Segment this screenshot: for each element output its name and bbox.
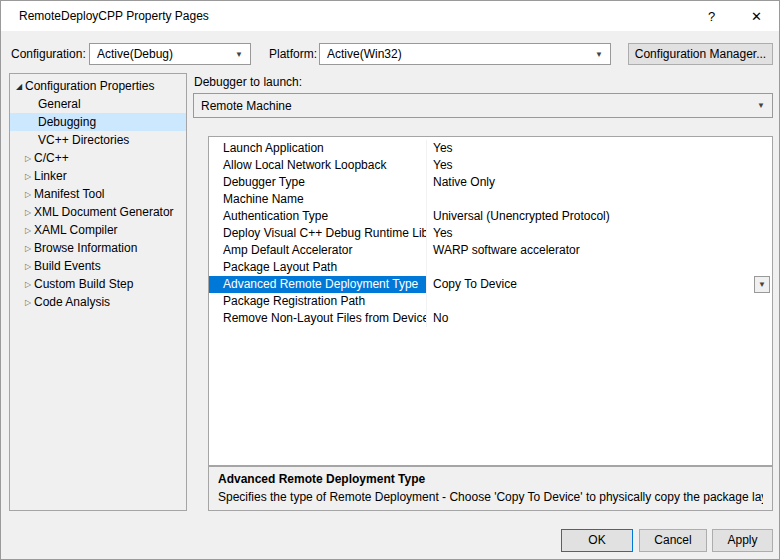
platform-select[interactable]: Active(Win32) ▼ [319,43,611,65]
property-value[interactable]: Yes [427,225,772,242]
property-name: Amp Default Accelerator [209,242,427,259]
configuration-manager-button[interactable]: Configuration Manager... [628,43,773,65]
tree-collapsed-icon: ▷ [22,244,34,253]
property-row-remove-non-layout-files[interactable]: Remove Non-Layout Files from Device No [209,310,772,327]
property-value[interactable]: Yes [427,157,772,174]
property-row-amp-default-accelerator[interactable]: Amp Default Accelerator WARP software ac… [209,242,772,259]
tree-expanded-icon: ◢ [13,82,25,91]
chevron-down-icon: ▼ [751,101,765,110]
configuration-tree: ◢ Configuration Properties General Debug… [9,73,187,511]
tree-item-label: Code Analysis [34,295,110,309]
configuration-label: Configuration: [11,47,86,61]
tree-collapsed-icon: ▷ [22,154,34,163]
description-text: Specifies the type of Remote Deployment … [218,490,763,504]
value-dropdown-button[interactable]: ▼ [754,276,770,293]
tree-item-custom-build-step[interactable]: ▷ Custom Build Step [10,275,186,293]
tree-item-browse-information[interactable]: ▷ Browse Information [10,239,186,257]
tree-item-debugging[interactable]: Debugging [10,113,186,131]
description-title: Advanced Remote Deployment Type [218,472,763,486]
tree-collapsed-icon: ▷ [22,208,34,217]
property-name: Deploy Visual C++ Debug Runtime Librari [209,225,427,242]
window-controls: ? ✕ [689,1,779,31]
help-icon: ? [708,9,715,24]
tree-item-c-cpp[interactable]: ▷ C/C++ [10,149,186,167]
platform-label: Platform: [269,47,317,61]
property-value[interactable] [427,293,772,310]
tree-item-linker[interactable]: ▷ Linker [10,167,186,185]
tree-collapsed-icon: ▷ [22,280,34,289]
property-row-package-registration-path[interactable]: Package Registration Path [209,293,772,310]
property-name: Debugger Type [209,174,427,191]
help-button[interactable]: ? [689,1,734,31]
debugger-select[interactable]: Remote Machine ▼ [193,93,773,118]
tree-item-label: Linker [34,169,67,183]
property-grid: Launch Application Yes Allow Local Netwo… [208,136,773,466]
property-name: Remove Non-Layout Files from Device [209,310,427,327]
property-value[interactable]: No [427,310,772,327]
property-pages-dialog: RemoteDeployCPP Property Pages ? ✕ Confi… [0,0,780,560]
property-row-package-layout-path[interactable]: Package Layout Path [209,259,772,276]
tree-item-label: General [38,97,81,111]
property-name: Advanced Remote Deployment Type [209,276,427,293]
tree-item-xaml-compiler[interactable]: ▷ XAML Compiler [10,221,186,239]
property-value[interactable]: Copy To Device [427,276,772,293]
property-description-panel: Advanced Remote Deployment Type Specifie… [208,466,773,511]
property-value[interactable]: WARP software accelerator [427,242,772,259]
title-bar: RemoteDeployCPP Property Pages ? ✕ [1,1,779,31]
property-value[interactable] [427,191,772,208]
close-button[interactable]: ✕ [734,1,779,31]
window-title: RemoteDeployCPP Property Pages [1,9,209,23]
tree-item-build-events[interactable]: ▷ Build Events [10,257,186,275]
tree-item-label: Browse Information [34,241,137,255]
tree-item-manifest-tool[interactable]: ▷ Manifest Tool [10,185,186,203]
property-row-authentication-type[interactable]: Authentication Type Universal (Unencrypt… [209,208,772,225]
property-value[interactable] [427,259,772,276]
debugger-select-value: Remote Machine [201,99,292,113]
property-name: Package Layout Path [209,259,427,276]
property-value[interactable]: Native Only [427,174,772,191]
cancel-button[interactable]: Cancel [639,529,707,552]
property-row-advanced-remote-deployment-type[interactable]: Advanced Remote Deployment Type Copy To … [209,276,772,293]
tree-item-label: C/C++ [34,151,69,165]
tree-item-label: Custom Build Step [34,277,133,291]
apply-button[interactable]: Apply [712,529,773,552]
tree-item-label: XAML Compiler [34,223,118,237]
property-name: Package Registration Path [209,293,427,310]
chevron-down-icon: ▼ [589,50,603,59]
property-name: Allow Local Network Loopback [209,157,427,174]
tree-item-general[interactable]: General [10,95,186,113]
tree-item-label: Manifest Tool [34,187,104,201]
property-name: Machine Name [209,191,427,208]
property-value[interactable]: Universal (Unencrypted Protocol) [427,208,772,225]
property-row-machine-name[interactable]: Machine Name [209,191,772,208]
property-row-debugger-type[interactable]: Debugger Type Native Only [209,174,772,191]
platform-select-value: Active(Win32) [327,47,402,61]
chevron-down-icon: ▼ [758,280,766,289]
close-icon: ✕ [751,9,762,24]
property-name: Launch Application [209,140,427,157]
tree-item-xml-document-generator[interactable]: ▷ XML Document Generator [10,203,186,221]
tree-collapsed-icon: ▷ [22,190,34,199]
property-row-launch-application[interactable]: Launch Application Yes [209,140,772,157]
tree-item-label: Configuration Properties [25,79,154,93]
property-name: Authentication Type [209,208,427,225]
tree-item-label: Debugging [38,115,96,129]
tree-collapsed-icon: ▷ [22,262,34,271]
ok-button[interactable]: OK [561,529,633,552]
debugger-to-launch-label: Debugger to launch: [194,75,302,89]
tree-item-label: Build Events [34,259,101,273]
tree-collapsed-icon: ▷ [22,298,34,307]
tree-collapsed-icon: ▷ [22,226,34,235]
chevron-down-icon: ▼ [229,50,243,59]
tree-collapsed-icon: ▷ [22,172,34,181]
property-row-allow-local-network-loopback[interactable]: Allow Local Network Loopback Yes [209,157,772,174]
property-value[interactable]: Yes [427,140,772,157]
tree-item-label: XML Document Generator [34,205,174,219]
tree-item-vcpp-directories[interactable]: VC++ Directories [10,131,186,149]
property-row-deploy-debug-runtime-libraries[interactable]: Deploy Visual C++ Debug Runtime Librari … [209,225,772,242]
tree-item-label: VC++ Directories [38,133,129,147]
configuration-select-value: Active(Debug) [97,47,173,61]
tree-item-code-analysis[interactable]: ▷ Code Analysis [10,293,186,311]
configuration-select[interactable]: Active(Debug) ▼ [89,43,251,65]
tree-item-configuration-properties[interactable]: ◢ Configuration Properties [10,77,186,95]
